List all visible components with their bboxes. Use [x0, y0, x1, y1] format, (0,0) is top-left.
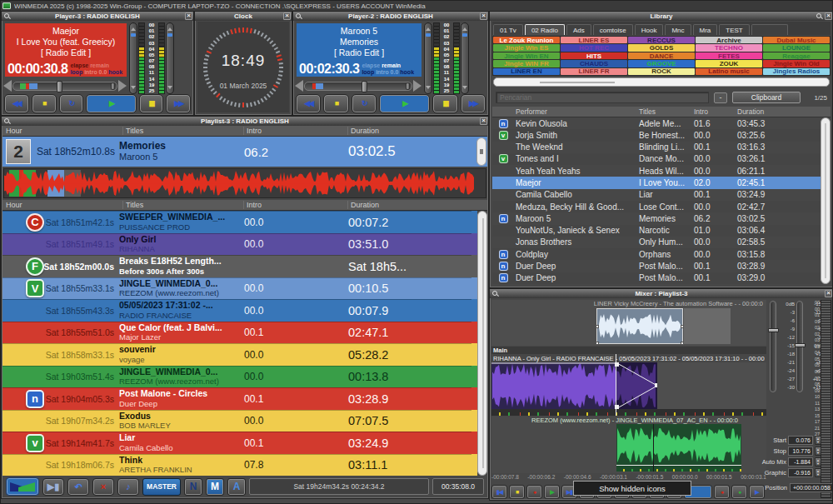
library-tab[interactable]: Ads	[566, 24, 591, 35]
category-button[interactable]: GROOVE	[628, 60, 695, 67]
close-icon[interactable]: ×	[825, 290, 832, 297]
category-button[interactable]: Jingle Win Old	[763, 60, 830, 67]
stop-button[interactable]: ■	[509, 485, 525, 499]
category-button[interactable]: RECCUS	[628, 37, 695, 43]
library-hscrollbar[interactable]	[493, 77, 830, 87]
playlist-row[interactable]: v Sat 19h14m41.7s Liar Camila Cabello 00…	[2, 432, 471, 454]
clipboard-button[interactable]: Clipboard	[732, 92, 801, 103]
library-tab[interactable]: 02 Radio	[525, 24, 565, 35]
rewind-button[interactable]: ◀◀	[296, 94, 321, 113]
library-tab[interactable]: comtoise	[593, 24, 633, 35]
library-tab[interactable]: Mnc	[665, 24, 691, 35]
playlist-waveform[interactable]	[3, 168, 486, 198]
col-intro[interactable]: Intro	[244, 201, 348, 209]
category-button[interactable]: HOT REC	[561, 44, 627, 51]
pause-button[interactable]: ▮▮	[139, 94, 164, 113]
library-row[interactable]: v Jorja Smith Be Honest... 00.0 03:25.6	[492, 129, 831, 141]
col-titles[interactable]: Titles	[639, 107, 694, 116]
category-button[interactable]: FETES	[696, 52, 762, 59]
category-button[interactable]: TECHNO	[696, 44, 762, 51]
library-tab[interactable]: TEST	[719, 24, 749, 35]
library-row[interactable]: n Coldplay Orphans 00.0 03:15.8	[492, 248, 831, 260]
rihanna-clip[interactable]	[491, 362, 657, 409]
player-2-titlebar[interactable]: Player-2 : RADIO ENGLISH ×	[293, 12, 488, 21]
playhead-line[interactable]	[616, 354, 616, 416]
hour-number[interactable]: 2	[6, 139, 31, 164]
next-button[interactable]: ▶	[749, 485, 765, 499]
player-3-titlebar[interactable]: Player-3 : RADIO ENGLISH ×	[2, 12, 193, 21]
category-button[interactable]: LINER FR	[561, 68, 627, 75]
volume-fader[interactable]: 0dB-3-6-9-12-15-18-21-24-27-30	[770, 301, 795, 392]
field-value[interactable]: -1.884	[788, 457, 813, 467]
pitch-slider[interactable]	[424, 22, 432, 94]
category-button[interactable]: Jingle Win ES	[493, 44, 560, 51]
library-row[interactable]: Jonas Brothers Only Hum... 00.0 02:58.5	[492, 237, 831, 248]
playlist-row[interactable]: F Sat 18h52m00.0s Breaks E18H52 Length..…	[2, 255, 471, 277]
playlist-row[interactable]: C Sat 18h51m42.1s SWEEPER_WINMEDIA_... P…	[2, 211, 471, 233]
playlist-row[interactable]: Sat 18h55m51.0s Que Calor (feat. J Balvi…	[2, 322, 471, 344]
category-button[interactable]: LINER EN	[493, 68, 560, 75]
pitch-slider[interactable]	[129, 22, 137, 94]
n-mode-button[interactable]: N	[184, 478, 202, 496]
search-icon[interactable]	[491, 290, 499, 297]
loop-button[interactable]: ↻	[59, 94, 84, 113]
forward-button[interactable]: ▶▶	[461, 94, 486, 113]
category-button[interactable]: ROCK	[628, 68, 695, 75]
slider-left-arrow-icon[interactable]	[295, 80, 303, 92]
category-button[interactable]: GOLDS	[628, 44, 695, 51]
field-value[interactable]: 0.076	[788, 436, 813, 445]
record-2-button[interactable]: ●	[714, 485, 730, 499]
library-row[interactable]: YouNotUs, Janieck & Senex Narcotic 01.0 …	[492, 225, 831, 237]
play-button[interactable]: ▶	[379, 94, 430, 113]
rewind-button[interactable]: ◀◀	[4, 94, 29, 113]
mixer-titlebar[interactable]: Mixer : Playlist-3 ×	[490, 289, 833, 298]
col-performer[interactable]: Performer	[514, 107, 639, 116]
playlist-row[interactable]: Sat 18h55m43.3s 05/05/2023 17:31:02 -...…	[2, 299, 471, 322]
playlist-row[interactable]: Sat 18h51m49.1s Only Girl RIHANNA 00.0 0…	[2, 233, 471, 256]
spinner-icon[interactable]: ▲▼	[815, 457, 821, 467]
field-value[interactable]: -0.916	[788, 468, 813, 477]
forward-button[interactable]: ▶▶	[166, 94, 191, 113]
library-tab[interactable]	[751, 24, 788, 35]
now-scrollbar[interactable]	[476, 137, 486, 166]
col-duration[interactable]: Duration	[737, 107, 812, 116]
category-button[interactable]: Latino music	[696, 68, 762, 75]
category-button[interactable]: DANCE	[628, 52, 695, 59]
slider-right-arrow-icon[interactable]	[413, 80, 421, 92]
category-button[interactable]: Jingle Win EN	[493, 52, 560, 59]
playlist-row[interactable]: Sat 19h18m06.7s Think ARETHA FRANKLIN 07…	[2, 454, 471, 477]
col-duration[interactable]: Duration	[348, 127, 487, 135]
library-row[interactable]: n Duer Deep Post Malo... 00.1 03:28.9	[492, 260, 831, 272]
library-tab[interactable]: Mra	[693, 24, 718, 35]
play-button[interactable]: ▶	[544, 485, 560, 499]
close-icon[interactable]: ×	[480, 12, 487, 20]
now-playing-row[interactable]: 2 Sat 18h52m10.8s Memories Maroon 5 06.2…	[2, 137, 487, 167]
category-button[interactable]: Jingle WIN FR	[493, 60, 560, 67]
library-row[interactable]: Yeah Yeah Yeahs Heads Wil... 00.0 06:21.…	[492, 165, 831, 177]
category-button[interactable]: Jingles Radios	[763, 68, 830, 75]
spinner-icon[interactable]: ▲▼	[815, 436, 821, 445]
search-icon[interactable]	[3, 12, 11, 20]
col-hour[interactable]: Hour	[2, 127, 123, 135]
library-row[interactable]: n Kevin Olusola Adele Me... 01.6 03:45.3	[492, 117, 831, 129]
category-button[interactable]: LOUNGE	[763, 44, 830, 51]
category-button[interactable]: Archive	[696, 37, 762, 43]
play-2-button[interactable]: ●	[731, 485, 747, 499]
library-row[interactable]: n Duer Deep Post Malo... 00.1 03:29.0	[492, 272, 831, 284]
library-row[interactable]: Maejor I Love You... 02.0 02:45.1	[492, 177, 831, 188]
spinner-icon[interactable]: ▲▼	[815, 468, 821, 477]
library-row[interactable]: v Tones and I Dance Mo... 00.0 03:26.1	[492, 153, 831, 165]
col-intro[interactable]: Intro	[244, 127, 348, 135]
player-3-position-slider[interactable]	[3, 79, 127, 92]
reezom-clip[interactable]	[616, 424, 741, 472]
slider-thumb[interactable]	[362, 81, 367, 92]
category-button[interactable]: ZOUK	[696, 60, 762, 67]
playlist-row[interactable]: n Sat 19h04m05.3s Post Malone - Circles …	[2, 387, 471, 410]
close-icon[interactable]: ×	[283, 12, 291, 20]
loop-button[interactable]: ↻	[352, 94, 377, 113]
col-intro[interactable]: Intro	[694, 107, 737, 116]
position-value[interactable]: +00:00:00.058	[790, 483, 833, 492]
skip-start-button[interactable]: ▮◀	[491, 485, 507, 499]
clock-titlebar[interactable]: Clock ×	[195, 12, 292, 21]
pause-button[interactable]: ▮▮	[432, 94, 457, 113]
